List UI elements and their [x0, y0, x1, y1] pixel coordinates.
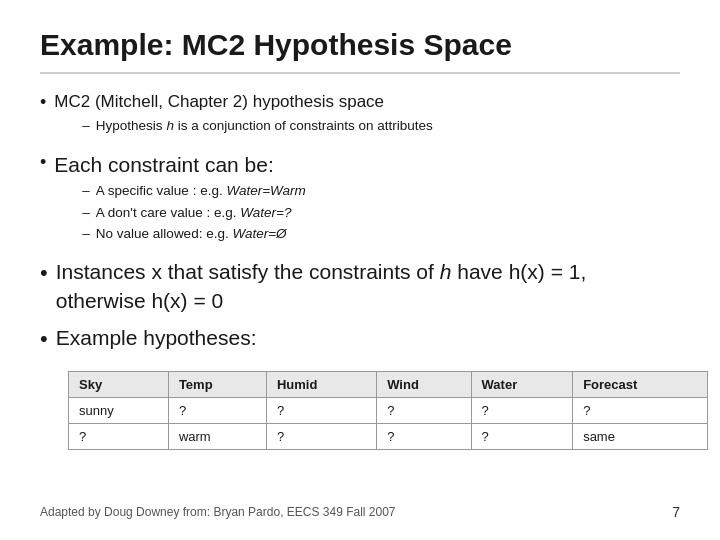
sub-bullet-2-2: – A don't care value : e.g. Water=?: [82, 203, 306, 223]
large-bullet-dot-1: •: [40, 258, 48, 288]
table-body: sunny ? ? ? ? ? ? warm ? ? ? same: [69, 397, 708, 449]
example-hypotheses-label: Example hypotheses:: [56, 324, 257, 352]
large-bullet-dot-2: •: [40, 324, 48, 354]
cell-1-6: ?: [573, 397, 708, 423]
large-bullet-1: • Instances x that satisfy the constrain…: [40, 258, 680, 315]
large-bullet-2: • Example hypotheses:: [40, 324, 680, 354]
col-header-forecast: Forecast: [573, 371, 708, 397]
sub-bullet-1-1: – Hypothesis h is a conjunction of const…: [82, 116, 432, 136]
slide-title: Example: MC2 Hypothesis Space: [40, 28, 680, 74]
cell-2-3: ?: [266, 423, 376, 449]
bullet-dot-2: •: [40, 150, 46, 175]
bullet-2: • Each constraint can be: – A specific v…: [40, 150, 680, 248]
col-header-wind: Wind: [377, 371, 471, 397]
cell-2-6: same: [573, 423, 708, 449]
sub-bullets-2: – A specific value : e.g. Water=Warm – A…: [82, 181, 306, 244]
bullet-1-text: MC2 (Mitchell, Chapter 2) hypothesis spa…: [54, 92, 384, 111]
col-header-temp: Temp: [168, 371, 266, 397]
cell-2-5: ?: [471, 423, 573, 449]
cell-2-4: ?: [377, 423, 471, 449]
cell-1-5: ?: [471, 397, 573, 423]
table-header: Sky Temp Humid Wind Water Forecast: [69, 371, 708, 397]
slide: Example: MC2 Hypothesis Space • MC2 (Mit…: [0, 0, 720, 540]
col-header-water: Water: [471, 371, 573, 397]
bullet-dot-1: •: [40, 90, 46, 115]
footer-credit: Adapted by Doug Downey from: Bryan Pardo…: [40, 505, 396, 519]
footer-page-number: 7: [672, 504, 680, 520]
hypothesis-table: Sky Temp Humid Wind Water Forecast sunny…: [68, 371, 708, 450]
sub-bullets-1: – Hypothesis h is a conjunction of const…: [82, 116, 432, 136]
bullet-2-text: Each constraint can be:: [54, 153, 273, 176]
table-header-row: Sky Temp Humid Wind Water Forecast: [69, 371, 708, 397]
sub-bullet-2-3: – No value allowed: e.g. Water=Ø: [82, 224, 306, 244]
cell-1-2: ?: [168, 397, 266, 423]
cell-2-1: ?: [69, 423, 169, 449]
col-header-sky: Sky: [69, 371, 169, 397]
bullet-1: • MC2 (Mitchell, Chapter 2) hypothesis s…: [40, 90, 680, 140]
col-header-humid: Humid: [266, 371, 376, 397]
slide-content: • MC2 (Mitchell, Chapter 2) hypothesis s…: [40, 90, 680, 494]
cell-1-4: ?: [377, 397, 471, 423]
table-row: sunny ? ? ? ? ?: [69, 397, 708, 423]
cell-2-2: warm: [168, 423, 266, 449]
sub-bullet-2-1: – A specific value : e.g. Water=Warm: [82, 181, 306, 201]
slide-footer: Adapted by Doug Downey from: Bryan Pardo…: [40, 504, 680, 520]
table-row: ? warm ? ? ? same: [69, 423, 708, 449]
cell-1-1: sunny: [69, 397, 169, 423]
cell-1-3: ?: [266, 397, 376, 423]
